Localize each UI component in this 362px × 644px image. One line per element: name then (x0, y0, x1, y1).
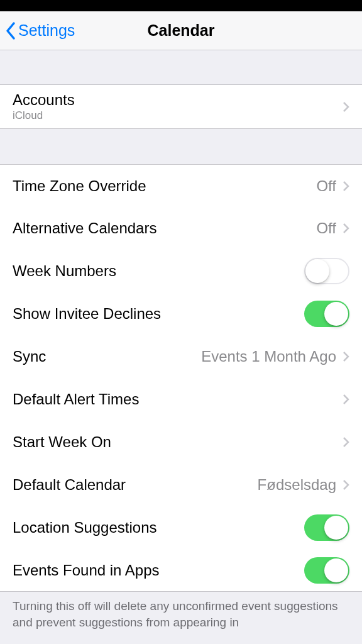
back-label: Settings (18, 21, 75, 40)
location-suggestions-toggle[interactable] (304, 514, 349, 541)
chevron-left-icon (5, 21, 16, 40)
week-numbers-toggle[interactable] (304, 258, 349, 284)
row-label: Start Week On (13, 433, 343, 451)
row-value: Off (316, 177, 336, 195)
toggle-knob (324, 302, 348, 326)
toggle-knob (305, 259, 329, 283)
section-gap (0, 129, 362, 164)
row-label: Sync (13, 348, 201, 365)
chevron-right-icon (343, 223, 349, 234)
row-label: Default Calendar (13, 476, 258, 494)
footer-text: Turning this off will delete any unconfi… (0, 592, 362, 630)
start-week-on-row[interactable]: Start Week On (0, 421, 362, 464)
default-calendar-row[interactable]: Default Calendar Fødselsdag (0, 464, 362, 506)
timezone-override-row[interactable]: Time Zone Override Off (0, 164, 362, 207)
status-bar (0, 0, 362, 11)
chevron-right-icon (343, 394, 349, 405)
section-gap (0, 50, 362, 84)
accounts-row[interactable]: Accounts iCloud (0, 84, 362, 129)
row-label: Events Found in Apps (13, 562, 304, 579)
show-invitee-declines-toggle[interactable] (304, 301, 349, 327)
row-value: Off (316, 219, 336, 237)
row-value: Events 1 Month Ago (201, 348, 336, 365)
events-found-in-apps-row: Events Found in Apps (0, 549, 362, 592)
row-label: Show Invitee Declines (13, 305, 304, 323)
row-label: Location Suggestions (13, 519, 304, 536)
accounts-label: Accounts (13, 91, 75, 109)
accounts-sublabel: iCloud (13, 109, 43, 122)
row-label: Week Numbers (13, 262, 304, 280)
toggle-knob (324, 558, 348, 582)
navigation-bar: Settings Calendar (0, 11, 362, 50)
sync-row[interactable]: Sync Events 1 Month Ago (0, 335, 362, 378)
default-alert-times-row[interactable]: Default Alert Times (0, 378, 362, 421)
chevron-right-icon (343, 101, 349, 113)
chevron-right-icon (343, 180, 349, 192)
week-numbers-row: Week Numbers (0, 250, 362, 292)
alternative-calendars-row[interactable]: Alternative Calendars Off (0, 207, 362, 250)
events-found-in-apps-toggle[interactable] (304, 557, 349, 584)
row-value: Fødselsdag (258, 476, 336, 494)
show-invitee-declines-row: Show Invitee Declines (0, 292, 362, 335)
page-title: Calendar (148, 21, 215, 40)
toggle-knob (324, 516, 348, 540)
row-label: Time Zone Override (13, 177, 316, 195)
row-label: Default Alert Times (13, 391, 343, 408)
chevron-right-icon (343, 351, 349, 362)
location-suggestions-row: Location Suggestions (0, 506, 362, 549)
back-button[interactable]: Settings (0, 21, 75, 40)
chevron-right-icon (343, 479, 349, 491)
chevron-right-icon (343, 436, 349, 448)
row-label: Alternative Calendars (13, 219, 316, 237)
